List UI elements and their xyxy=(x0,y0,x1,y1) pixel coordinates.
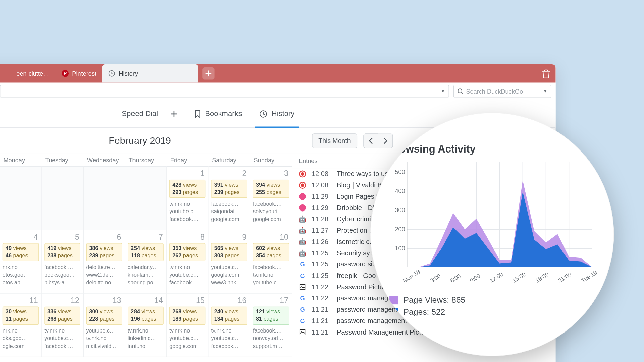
day-stats: 391 views239 pages xyxy=(211,180,247,198)
calendar-cell[interactable]: 13300 views228 pagesyoutube.c…tv.nrk.nom… xyxy=(84,294,125,357)
chevron-right-icon xyxy=(383,138,387,144)
y-tick-label: 100 xyxy=(388,245,405,252)
next-month-button[interactable] xyxy=(378,133,393,148)
calendar-cell[interactable]: 14284 views196 pagestv.nrk.nolinkedin.c…… xyxy=(125,294,167,357)
entry-time: 11:21 xyxy=(312,306,332,313)
google-icon: G xyxy=(300,306,305,313)
entry-time: 11:21 xyxy=(312,328,332,336)
prev-month-button[interactable] xyxy=(363,133,378,148)
calendar-cell[interactable]: 9565 views303 pagesyoutube.c…google.comw… xyxy=(209,230,250,293)
robot-icon: 🤖 xyxy=(298,238,307,246)
day-number: 1 xyxy=(200,169,205,178)
tab-label: een clutter with Viv xyxy=(16,70,50,77)
calendar-cell[interactable]: 1130 views11 pagesnrk.nooks.goo…ogle.com xyxy=(0,294,42,357)
day-stats: 254 views118 pages xyxy=(128,243,164,261)
vivaldi-icon xyxy=(299,182,306,189)
search-placeholder: Search DuckDuckGo xyxy=(466,87,523,95)
search-icon xyxy=(457,88,463,94)
nav-speed-dial[interactable]: Speed Dial xyxy=(122,100,177,127)
day-top-sites: youtube.c…google.comwww3.nhk… xyxy=(211,264,247,287)
x-tick-label: 12:00 xyxy=(488,271,504,284)
day-top-sites: youtube.c…tv.nrk.nomail.vivaldi… xyxy=(86,327,122,350)
calendar-cell[interactable]: 12336 views268 pagestv.nrk.noyoutube.c…f… xyxy=(42,294,83,357)
calendar-cell[interactable]: 15268 views189 pagestv.nrk.noyoutube.c…g… xyxy=(167,294,208,357)
calendar-cell-empty xyxy=(84,167,125,230)
weekday-header: Saturday xyxy=(209,154,250,167)
weekday-header: Friday xyxy=(167,154,208,167)
nav-label: History xyxy=(272,109,295,118)
calendar-cell[interactable]: 3394 views255 pagesfacebook.…solveyourt…… xyxy=(250,167,292,230)
entry-time: 11:27 xyxy=(312,227,332,234)
svg-point-1 xyxy=(458,89,462,93)
robot-icon: 🤖 xyxy=(298,215,307,223)
entry-time: 11:25 xyxy=(312,272,332,280)
day-number: 11 xyxy=(29,296,38,305)
calendar-cell[interactable]: 7254 views118 pagescalendar.y…khoi-lam…s… xyxy=(125,230,167,293)
google-icon: G xyxy=(300,261,305,268)
entry-time: 11:29 xyxy=(312,193,332,200)
tab-label: History xyxy=(119,70,138,77)
entry-title: password management xyxy=(337,317,407,325)
calendar-cell[interactable]: 17121 views81 pagesfacebook.…norwaytod…s… xyxy=(250,294,292,357)
day-stats: 240 views134 pages xyxy=(211,307,247,325)
image-icon xyxy=(300,284,306,290)
day-number: 12 xyxy=(71,296,79,305)
day-stats: 121 views81 pages xyxy=(253,307,289,325)
day-top-sites: tv.nrk.noyoutube.c…facebook.… xyxy=(44,327,80,350)
image-icon xyxy=(300,329,306,335)
day-stats: 386 views239 pages xyxy=(86,243,122,261)
clock-icon xyxy=(259,110,267,118)
calendar-cell[interactable]: 1428 views293 pagestv.nrk.noyoutube.c…fa… xyxy=(167,167,208,230)
day-stats: 602 views354 pages xyxy=(253,243,289,261)
entry-title: password si… xyxy=(337,260,379,268)
entry-time: 12:08 xyxy=(312,181,332,189)
tab-tab-pinterest[interactable]: PPinterest xyxy=(56,64,102,82)
entry-time: 11:25 xyxy=(312,249,332,257)
calendar: MondayTuesdayWednesdayThursdayFridaySatu… xyxy=(0,154,292,362)
weekday-header: Wednesday xyxy=(84,154,125,167)
clock-icon xyxy=(108,70,115,77)
calendar-cell[interactable]: 16240 views134 pagestv.nrk.noyoutube.c…f… xyxy=(209,294,250,357)
calendar-cell[interactable]: 6386 views239 pagesdeloitte.re…www2.del…… xyxy=(84,230,125,293)
this-month-button[interactable]: This Month xyxy=(312,133,357,148)
entry-title: Three ways to use xyxy=(337,170,392,178)
calendar-cell[interactable]: 10602 views354 pagesfacebook.…tv.nrk.noy… xyxy=(250,230,292,293)
day-number: 5 xyxy=(75,233,79,242)
x-tick-label: 6:00 xyxy=(449,273,462,284)
google-icon: G xyxy=(300,295,305,302)
tab-tab-history[interactable]: History xyxy=(102,64,198,82)
calendar-cell-empty xyxy=(0,167,42,230)
calendar-cell[interactable]: 8353 views262 pagestv.nrk.noyoutube.c…fa… xyxy=(167,230,208,293)
day-number: 16 xyxy=(237,296,246,305)
calendar-weekday-row: MondayTuesdayWednesdayThursdayFridaySatu… xyxy=(0,154,292,167)
x-tick-label: 15:00 xyxy=(512,271,527,284)
url-field[interactable]: ▼ xyxy=(0,84,449,98)
weekday-header: Monday xyxy=(0,154,42,167)
entry-title: password manag… xyxy=(337,294,395,302)
tab-tab-clutter[interactable]: een clutter with Viv xyxy=(0,64,56,82)
new-tab-button[interactable] xyxy=(203,67,215,79)
closed-tabs-button[interactable] xyxy=(542,69,550,80)
vivaldi-icon xyxy=(299,171,306,178)
calendar-cell[interactable]: 449 views46 pagesnrk.nootos.goo…otos.ap… xyxy=(0,230,42,293)
activity-magnifier: Browsing Activity 100200300400500Mon 183… xyxy=(370,113,614,356)
entry-time: 11:29 xyxy=(312,204,332,212)
tab-strip: een clutter with VivPPinterestHistory xyxy=(0,64,556,82)
calendar-cell[interactable]: 2391 views239 pagesfacebook.…saigondail…… xyxy=(209,167,250,230)
plus-icon[interactable] xyxy=(171,111,177,117)
x-tick-label: Tue 19 xyxy=(580,269,598,284)
nav-label: Speed Dial xyxy=(122,109,158,118)
day-number: 17 xyxy=(280,296,288,305)
day-stats: 565 views303 pages xyxy=(211,243,247,261)
robot-icon: 🤖 xyxy=(298,249,307,257)
calendar-cell[interactable]: 5419 views238 pagesfacebook.…books.goo…b… xyxy=(42,230,83,293)
nav-bookmarks[interactable]: Bookmarks xyxy=(195,100,242,127)
day-number: 8 xyxy=(200,233,205,242)
search-field[interactable]: Search DuckDuckGo ▼ xyxy=(453,84,551,98)
day-top-sites: facebook.…solveyourt…google.com xyxy=(253,200,289,223)
nav-history[interactable]: History xyxy=(259,100,294,127)
address-bar: ▼ Search DuckDuckGo ▼ xyxy=(0,82,556,100)
day-top-sites: facebook.…norwaytod…support.m… xyxy=(253,327,289,350)
day-number: 3 xyxy=(284,169,288,178)
x-tick-label: 3:00 xyxy=(429,273,442,284)
